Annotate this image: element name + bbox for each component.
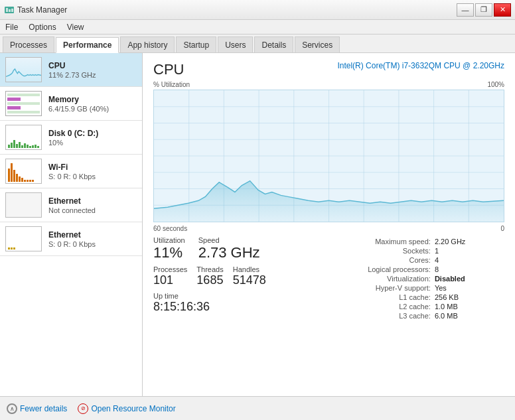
l3-value: 6.0 MB (435, 312, 504, 320)
utilization-label: Utilization (153, 236, 185, 244)
ethernet2-subtitle: S: 0 R: 0 Kbps (48, 240, 96, 248)
ethernet1-subtitle: Not connected (48, 206, 96, 214)
main-content: CPU 11% 2.73 GHz Memory 6.4/15.9 GB (40%… (0, 53, 515, 396)
speed-block: Speed 2.73 GHz (198, 236, 260, 261)
title-bar-left: Task Manager (4, 5, 67, 15)
ethernet1-thumb (5, 192, 42, 218)
l1-label: L1 cache: (329, 293, 435, 301)
handles-label: Handles (233, 265, 266, 273)
menu-view[interactable]: View (64, 22, 87, 33)
tabs-bar: Processes Performance App history Startu… (0, 35, 515, 53)
l2-label: L2 cache: (329, 303, 435, 311)
threads-block: Threads 1685 (196, 265, 223, 288)
sidebar-item-disk[interactable]: Disk 0 (C: D:) 10% (0, 121, 142, 155)
processes-label: Processes (153, 265, 187, 273)
bottom-bar: ∧ Fewer details ⊘ Open Resource Monitor (0, 396, 515, 420)
speed-value: 2.73 GHz (198, 244, 260, 261)
utilization-block: Utilization 11% (153, 236, 185, 261)
title-bar-buttons: — ❐ ✕ (457, 3, 511, 17)
menu-options[interactable]: Options (26, 22, 58, 33)
cpu-title: CPU (48, 61, 96, 70)
cpu-thumb (5, 57, 42, 82)
fewer-details-label: Fewer details (20, 404, 67, 413)
restore-button[interactable]: ❐ (475, 3, 492, 17)
chevron-up-icon: ∧ (7, 403, 17, 414)
fewer-details-button[interactable]: ∧ Fewer details (7, 403, 67, 414)
uptime-label: Up time (153, 292, 329, 300)
chart-x-end: 0 (500, 225, 504, 232)
sidebar-item-memory[interactable]: Memory 6.4/15.9 GB (40%) (0, 87, 142, 121)
open-resource-monitor-button[interactable]: ⊘ Open Resource Monitor (78, 403, 175, 414)
hyperv-label: Hyper-V support: (329, 284, 435, 292)
logical-label: Logical processors: (329, 265, 435, 273)
tab-processes[interactable]: Processes (3, 36, 54, 52)
memory-label: Memory 6.4/15.9 GB (40%) (48, 95, 109, 113)
close-button[interactable]: ✕ (494, 3, 511, 17)
title-bar: Task Manager — ❐ ✕ (0, 0, 515, 20)
open-monitor-label: Open Resource Monitor (91, 404, 175, 413)
memory-subtitle: 6.4/15.9 GB (40%) (48, 105, 109, 113)
threads-label: Threads (196, 265, 223, 273)
svg-rect-3 (11, 9, 13, 12)
sidebar-item-wifi[interactable]: Wi-Fi S: 0 R: 0 Kbps (0, 155, 142, 188)
menu-file[interactable]: File (3, 22, 21, 33)
cpu-subtitle: 11% 2.73 GHz (48, 71, 96, 79)
hyperv-value: Yes (435, 284, 504, 292)
threads-value: 1685 (196, 273, 223, 288)
chart-y-label: % Utilization (153, 81, 190, 88)
app-icon (4, 5, 15, 15)
sockets-value: 1 (435, 247, 504, 255)
speed-label: Speed (198, 236, 260, 244)
cpu-chart (153, 90, 504, 222)
svg-rect-2 (9, 9, 11, 12)
sidebar-item-ethernet1[interactable]: Ethernet Not connected (0, 188, 142, 222)
disk-thumb (5, 125, 42, 150)
window-title: Task Manager (17, 5, 67, 15)
cores-label: Cores: (329, 256, 435, 264)
handles-value: 51478 (233, 273, 266, 288)
max-speed-label: Maximum speed: (329, 238, 435, 245)
menu-bar: File Options View (0, 20, 515, 35)
cpu-sparkline-icon (6, 58, 41, 82)
right-panel: CPU Intel(R) Core(TM) i7-3632QM CPU @ 2.… (143, 53, 515, 396)
right-title: CPU (153, 61, 184, 78)
sidebar-item-cpu[interactable]: CPU 11% 2.73 GHz (0, 53, 142, 87)
ethernet2-label: Ethernet S: 0 R: 0 Kbps (48, 230, 96, 248)
l3-label: L3 cache: (329, 312, 435, 320)
wifi-thumb (5, 159, 42, 184)
processes-value: 101 (153, 273, 187, 288)
svg-rect-1 (6, 8, 8, 12)
utilization-value: 11% (153, 244, 185, 261)
chart-x-label: 60 seconds (153, 225, 187, 232)
max-speed-value: 2.20 GHz (435, 238, 504, 245)
tab-users[interactable]: Users (218, 36, 253, 52)
tab-services[interactable]: Services (295, 36, 340, 52)
ethernet2-title: Ethernet (48, 230, 96, 240)
sidebar-item-ethernet2[interactable]: Ethernet S: 0 R: 0 Kbps (0, 222, 142, 256)
cores-value: 4 (435, 256, 504, 264)
l1-value: 256 KB (435, 293, 504, 301)
memory-thumb (5, 91, 42, 116)
left-panel: CPU 11% 2.73 GHz Memory 6.4/15.9 GB (40%… (0, 53, 143, 396)
tab-performance[interactable]: Performance (56, 37, 119, 53)
wifi-subtitle: S: 0 R: 0 Kbps (48, 173, 96, 180)
ethernet2-thumb (5, 226, 42, 251)
ethernet1-label: Ethernet Not connected (48, 196, 96, 214)
right-subtitle: Intel(R) Core(TM) i7-3632QM CPU @ 2.20GH… (337, 61, 504, 70)
minimize-button[interactable]: — (457, 3, 474, 17)
memory-title: Memory (48, 95, 109, 104)
sockets-label: Sockets: (329, 247, 435, 255)
monitor-icon: ⊘ (78, 403, 88, 414)
virt-value: Disabled (435, 275, 504, 283)
virt-label: Virtualization: (329, 275, 435, 283)
l2-value: 1.0 MB (435, 303, 504, 311)
disk-title: Disk 0 (C: D:) (48, 129, 98, 138)
handles-block: Handles 51478 (233, 265, 266, 288)
tab-app-history[interactable]: App history (120, 36, 175, 52)
tab-details[interactable]: Details (254, 36, 293, 52)
tab-startup[interactable]: Startup (176, 36, 216, 52)
wifi-title: Wi-Fi (48, 163, 96, 172)
chart-y-max: 100% (487, 81, 504, 88)
right-header: CPU Intel(R) Core(TM) i7-3632QM CPU @ 2.… (153, 61, 504, 78)
uptime-value: 8:15:16:36 (153, 300, 329, 315)
